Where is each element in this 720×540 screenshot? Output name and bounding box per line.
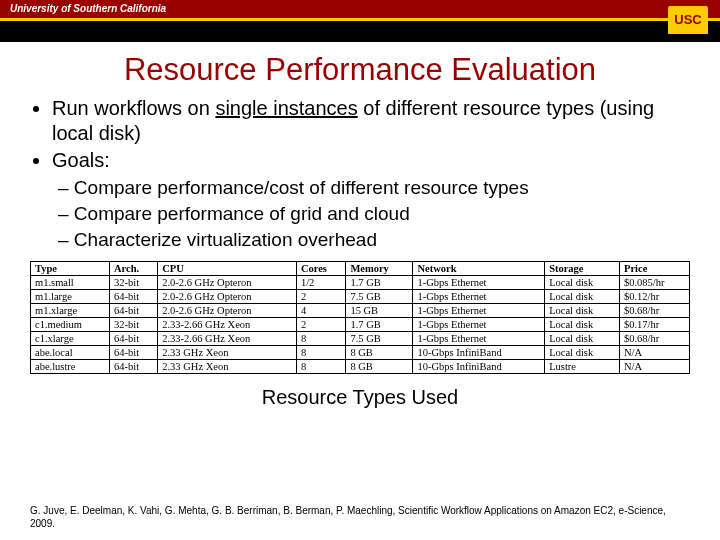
table-cell: N/A bbox=[619, 360, 689, 374]
table-cell: N/A bbox=[619, 346, 689, 360]
table-cell: 1-Gbps Ethernet bbox=[413, 332, 545, 346]
table-header-row: Type Arch. CPU Cores Memory Network Stor… bbox=[31, 262, 690, 276]
table-cell: $0.68/hr bbox=[619, 332, 689, 346]
sub-compare-grid: Compare performance of grid and cloud bbox=[58, 203, 690, 225]
table-cell: 8 bbox=[296, 332, 345, 346]
table-cell: abe.lustre bbox=[31, 360, 110, 374]
table-cell: c1.xlarge bbox=[31, 332, 110, 346]
table-row: m1.small32-bit2.0-2.6 GHz Opteron1/21.7 … bbox=[31, 276, 690, 290]
table-cell: Local disk bbox=[545, 276, 620, 290]
table-cell: $0.12/hr bbox=[619, 290, 689, 304]
bullet-workflows: Run workflows on single instances of dif… bbox=[52, 96, 690, 146]
table-cell: 10-Gbps InfiniBand bbox=[413, 360, 545, 374]
table-cell: 8 GB bbox=[346, 346, 413, 360]
table-cell: 8 bbox=[296, 346, 345, 360]
table-cell: m1.small bbox=[31, 276, 110, 290]
th-network: Network bbox=[413, 262, 545, 276]
th-type: Type bbox=[31, 262, 110, 276]
bullet-goals: Goals: bbox=[52, 148, 690, 173]
table-cell: 64-bit bbox=[109, 304, 157, 318]
table-cell: 7.5 GB bbox=[346, 290, 413, 304]
slide-title: Resource Performance Evaluation bbox=[30, 52, 690, 88]
table-cell: Local disk bbox=[545, 346, 620, 360]
table-cell: 64-bit bbox=[109, 360, 157, 374]
black-stripe bbox=[0, 21, 720, 42]
table-cell: 2 bbox=[296, 290, 345, 304]
table-cell: 2.33-2.66 GHz Xeon bbox=[158, 332, 297, 346]
main-bullets: Run workflows on single instances of dif… bbox=[30, 96, 690, 173]
table-cell: m1.large bbox=[31, 290, 110, 304]
sub-bullets: Compare performance/cost of different re… bbox=[30, 177, 690, 251]
table-cell: 1.7 GB bbox=[346, 318, 413, 332]
table-cell: $0.68/hr bbox=[619, 304, 689, 318]
table-cell: 2 bbox=[296, 318, 345, 332]
table-cell: 2.0-2.6 GHz Opteron bbox=[158, 276, 297, 290]
table-cell: 1-Gbps Ethernet bbox=[413, 276, 545, 290]
th-storage: Storage bbox=[545, 262, 620, 276]
th-cores: Cores bbox=[296, 262, 345, 276]
table-cell: 7.5 GB bbox=[346, 332, 413, 346]
table-row: c1.medium32-bit2.33-2.66 GHz Xeon21.7 GB… bbox=[31, 318, 690, 332]
table-row: c1.xlarge64-bit2.33-2.66 GHz Xeon87.5 GB… bbox=[31, 332, 690, 346]
table-cell: 8 GB bbox=[346, 360, 413, 374]
table-cell: 4 bbox=[296, 304, 345, 318]
th-cpu: CPU bbox=[158, 262, 297, 276]
table-cell: abe.local bbox=[31, 346, 110, 360]
table-cell: $0.17/hr bbox=[619, 318, 689, 332]
table-row: abe.lustre64-bit2.33 GHz Xeon88 GB10-Gbp… bbox=[31, 360, 690, 374]
table-cell: 2.0-2.6 GHz Opteron bbox=[158, 290, 297, 304]
table-cell: 15 GB bbox=[346, 304, 413, 318]
th-price: Price bbox=[619, 262, 689, 276]
university-name: University of Southern California bbox=[0, 0, 720, 18]
table-cell: 2.33 GHz Xeon bbox=[158, 346, 297, 360]
table-cell: Local disk bbox=[545, 304, 620, 318]
table-row: m1.large64-bit2.0-2.6 GHz Opteron27.5 GB… bbox=[31, 290, 690, 304]
table-row: m1.xlarge64-bit2.0-2.6 GHz Opteron415 GB… bbox=[31, 304, 690, 318]
sub-compare-cost: Compare performance/cost of different re… bbox=[58, 177, 690, 199]
table-cell: 2.0-2.6 GHz Opteron bbox=[158, 304, 297, 318]
table-row: abe.local64-bit2.33 GHz Xeon88 GB10-Gbps… bbox=[31, 346, 690, 360]
table-cell: Lustre bbox=[545, 360, 620, 374]
table-cell: Local disk bbox=[545, 290, 620, 304]
table-cell: 10-Gbps InfiniBand bbox=[413, 346, 545, 360]
table-cell: 64-bit bbox=[109, 332, 157, 346]
th-arch: Arch. bbox=[109, 262, 157, 276]
table-caption: Resource Types Used bbox=[30, 386, 690, 409]
table-cell: $0.085/hr bbox=[619, 276, 689, 290]
table-cell: Local disk bbox=[545, 318, 620, 332]
table-cell: 32-bit bbox=[109, 276, 157, 290]
resource-table: Type Arch. CPU Cores Memory Network Stor… bbox=[30, 261, 690, 374]
usc-logo: USC bbox=[668, 6, 708, 34]
sub-characterize: Characterize virtualization overhead bbox=[58, 229, 690, 251]
table-cell: c1.medium bbox=[31, 318, 110, 332]
table-cell: 64-bit bbox=[109, 290, 157, 304]
table-cell: 1.7 GB bbox=[346, 276, 413, 290]
table-cell: 8 bbox=[296, 360, 345, 374]
table-cell: 2.33 GHz Xeon bbox=[158, 360, 297, 374]
table-cell: 1-Gbps Ethernet bbox=[413, 290, 545, 304]
th-memory: Memory bbox=[346, 262, 413, 276]
table-cell: 1-Gbps Ethernet bbox=[413, 304, 545, 318]
table-cell: 1-Gbps Ethernet bbox=[413, 318, 545, 332]
table-cell: 64-bit bbox=[109, 346, 157, 360]
slide-header: University of Southern California USC bbox=[0, 0, 720, 42]
table-body: m1.small32-bit2.0-2.6 GHz Opteron1/21.7 … bbox=[31, 276, 690, 374]
table-cell: 1/2 bbox=[296, 276, 345, 290]
table-cell: m1.xlarge bbox=[31, 304, 110, 318]
citation: G. Juve, E. Deelman, K. Vahi, G. Mehta, … bbox=[30, 505, 690, 530]
table-cell: 2.33-2.66 GHz Xeon bbox=[158, 318, 297, 332]
table-cell: Local disk bbox=[545, 332, 620, 346]
table-cell: 32-bit bbox=[109, 318, 157, 332]
slide-content: Resource Performance Evaluation Run work… bbox=[0, 42, 720, 409]
